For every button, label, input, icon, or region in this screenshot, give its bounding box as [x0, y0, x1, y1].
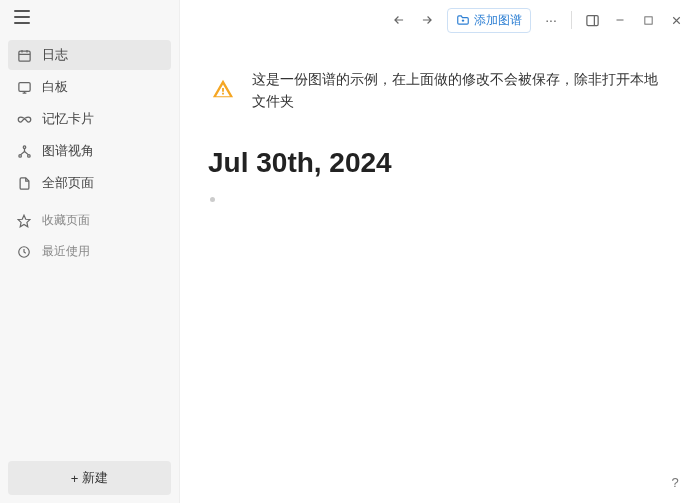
new-button-label: 新建 — [82, 469, 108, 487]
window-maximize-button[interactable] — [636, 8, 660, 32]
plus-icon: + — [71, 471, 79, 486]
svg-marker-5 — [18, 215, 30, 227]
graph-icon — [16, 143, 32, 159]
sidebar-item-label: 日志 — [42, 46, 68, 64]
calendar-icon — [16, 47, 32, 63]
svg-rect-8 — [644, 16, 651, 23]
pages-icon — [16, 175, 32, 191]
more-button[interactable]: ··· — [539, 8, 563, 32]
alert-text: 这是一份图谱的示例，在上面做的修改不会被保存，除非打开本地文件夹 — [252, 68, 668, 113]
sidebar-footer: + 新建 — [0, 453, 179, 503]
warning-icon — [212, 78, 234, 103]
sidebar-item-flashcards[interactable]: 记忆卡片 — [8, 104, 171, 134]
main: 添加图谱 ··· 这是一份图谱的示例，在上面做的修改不会被保存，除非打开本地文件… — [180, 0, 700, 503]
svg-point-3 — [18, 154, 21, 157]
svg-point-4 — [27, 154, 30, 157]
sidebar-item-recent[interactable]: 最近使用 — [8, 237, 171, 266]
sidebar-item-label: 最近使用 — [42, 243, 90, 260]
sidebar-header — [0, 0, 179, 32]
svg-rect-0 — [18, 51, 29, 61]
page-title: Jul 30th, 2024 — [208, 147, 672, 179]
sidebar-nav: 日志 白板 记忆卡片 图谱视角 全部页面 — [0, 32, 179, 453]
svg-point-2 — [23, 145, 26, 148]
ellipsis-icon: ··· — [545, 12, 557, 28]
empty-block-bullet[interactable] — [210, 197, 215, 202]
sidebar-item-label: 全部页面 — [42, 174, 94, 192]
whiteboard-icon — [16, 79, 32, 95]
content-area: 这是一份图谱的示例，在上面做的修改不会被保存，除非打开本地文件夹 Jul 30t… — [180, 40, 700, 503]
hamburger-icon[interactable] — [14, 10, 30, 24]
topbar: 添加图谱 ··· — [180, 0, 700, 40]
right-sidebar-toggle[interactable] — [580, 8, 604, 32]
sidebar-item-graph-view[interactable]: 图谱视角 — [8, 136, 171, 166]
folder-plus-icon — [456, 13, 470, 27]
sidebar-secondary: 收藏页面 最近使用 — [8, 206, 171, 266]
add-graph-button[interactable]: 添加图谱 — [447, 8, 531, 33]
nav-forward-button[interactable] — [415, 8, 439, 32]
sidebar-item-label: 记忆卡片 — [42, 110, 94, 128]
sidebar-item-label: 图谱视角 — [42, 142, 94, 160]
help-icon: ? — [671, 475, 678, 490]
demo-alert: 这是一份图谱的示例，在上面做的修改不会被保存，除非打开本地文件夹 — [208, 60, 672, 137]
window-minimize-button[interactable] — [608, 8, 632, 32]
window-close-button[interactable] — [664, 8, 688, 32]
sidebar-item-label: 收藏页面 — [42, 212, 90, 229]
star-icon — [16, 213, 32, 229]
svg-rect-1 — [18, 82, 29, 91]
nav-back-button[interactable] — [387, 8, 411, 32]
sidebar-item-whiteboard[interactable]: 白板 — [8, 72, 171, 102]
sidebar-item-journal[interactable]: 日志 — [8, 40, 171, 70]
sidebar-item-label: 白板 — [42, 78, 68, 96]
help-button[interactable]: ? — [664, 471, 686, 493]
new-button[interactable]: + 新建 — [8, 461, 171, 495]
divider — [571, 11, 572, 29]
infinity-icon — [16, 111, 32, 127]
svg-rect-7 — [586, 15, 597, 25]
add-graph-label: 添加图谱 — [474, 12, 522, 29]
sidebar-item-all-pages[interactable]: 全部页面 — [8, 168, 171, 198]
clock-icon — [16, 244, 32, 260]
sidebar: 日志 白板 记忆卡片 图谱视角 全部页面 — [0, 0, 180, 503]
sidebar-item-favorites[interactable]: 收藏页面 — [8, 206, 171, 235]
